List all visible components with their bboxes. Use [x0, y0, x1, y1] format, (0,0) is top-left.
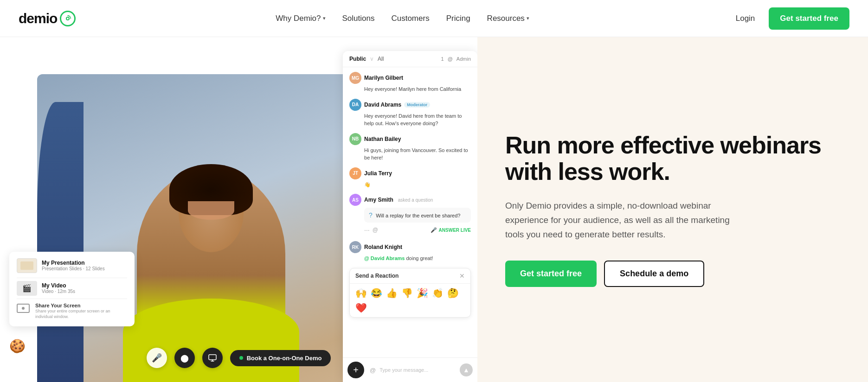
nav-customers[interactable]: Customers — [385, 10, 436, 27]
chat-header: Public ∨ All 1 @ Admin — [343, 51, 477, 67]
chat-messages: MG Marilyn Gilbert Hey everyone! Marilyn… — [343, 67, 477, 357]
reaction-overlay: Send a Reaction ✕ 🙌 😂 👍 👎 🎉 👏 🤔 ❤️ — [349, 268, 471, 318]
msg-header-3: NB Nathan Bailey — [349, 133, 471, 145]
chat-text-2: Hey everyone! David here from the team t… — [349, 112, 471, 127]
get-started-nav-button[interactable]: Get started free — [769, 7, 849, 30]
msg-header-2: DA David Abrams Moderator — [349, 99, 471, 111]
navbar: demio Why Demio? ▾ Solutions Customers P… — [0, 0, 868, 37]
logo-icon — [60, 11, 76, 26]
reaction-emojis: 🙌 😂 👍 👎 🎉 👏 🤔 ❤️ — [350, 284, 470, 317]
share-text: Share Your Screen Share your entire comp… — [35, 303, 127, 320]
nav-pricing[interactable]: Pricing — [440, 10, 477, 27]
chat-header-right: 1 @ Admin — [441, 56, 471, 62]
monitor-icon — [17, 304, 30, 313]
logo-text: demio — [19, 11, 57, 26]
msg-header-6: RK Roland Knight — [349, 241, 471, 253]
nav-resources[interactable]: Resources ▾ — [481, 10, 536, 27]
presentation-title: My Presentation — [42, 260, 127, 266]
emoji-thinking[interactable]: 🤔 — [447, 287, 459, 299]
presentation-panel: My Presentation Presentation Slides · 12… — [9, 252, 135, 326]
emoji-thumbsup[interactable]: 👍 — [386, 287, 398, 299]
video-info: My Video Video · 12m 35s — [42, 282, 127, 294]
avatar-marilyn: MG — [349, 72, 361, 84]
add-button[interactable]: + — [347, 362, 364, 378]
book-demo-label: Book a One-on-One Demo — [247, 355, 322, 362]
emoji-clap[interactable]: 🙌 — [355, 287, 367, 299]
answer-live-button[interactable]: 🎤 ANSWER LIVE — [431, 227, 471, 233]
cookie-icon: 🍪 — [9, 338, 30, 359]
presentation-subtitle: Presentation Slides · 12 Slides — [42, 266, 127, 271]
at-icon-2: @ — [373, 227, 378, 233]
avatar-nathan: NB — [349, 133, 361, 145]
tab-public[interactable]: Public — [349, 56, 366, 62]
reaction-title: Send a Reaction — [355, 273, 399, 279]
hero-body: Only Demio provides a simple, no-downloa… — [505, 198, 746, 242]
moderator-badge: Moderator — [404, 102, 430, 108]
msg-header-5: AS Amy Smith asked a question — [349, 194, 471, 206]
monitor-dot — [22, 307, 25, 310]
tab-all[interactable]: All — [378, 56, 384, 62]
book-demo-button[interactable]: Book a One-on-One Demo — [230, 350, 331, 366]
avatar-julia: JT — [349, 167, 361, 179]
chat-text-1: Hey everyone! Marilyn here from Californ… — [349, 85, 471, 93]
chat-panel: Public ∨ All 1 @ Admin MG Marilyn Gilber… — [343, 51, 477, 382]
question-bubble: ? Will a replay for the event be shared? — [364, 208, 471, 223]
mention-david: @ David Abrams — [364, 255, 405, 261]
login-button[interactable]: Login — [729, 10, 762, 27]
admin-label: Admin — [457, 56, 471, 62]
video-thumbnail: 🎬 — [17, 281, 37, 296]
chat-name-amy: Amy Smith — [364, 197, 393, 203]
thumbnail-inner — [20, 261, 33, 270]
cta-buttons: Get started free Schedule a demo — [505, 261, 831, 287]
status-dot — [239, 356, 243, 360]
chat-name-julia: Julia Terry — [364, 170, 392, 177]
schedule-demo-button[interactable]: Schedule a demo — [604, 261, 704, 287]
nav-why-demio[interactable]: Why Demio? ▾ — [269, 10, 332, 27]
emoji-wave[interactable]: 👏 — [432, 287, 444, 299]
send-button[interactable]: ▲ — [460, 363, 473, 376]
person-main-silhouette — [74, 88, 347, 382]
answer-live-row: ··· @ 🎤 ANSWER LIVE — [349, 224, 471, 236]
chat-input-area: + @ ▲ — [343, 357, 477, 382]
question-icon: ? — [369, 211, 373, 219]
chat-name-roland: Roland Knight — [364, 244, 402, 250]
chevron-down-icon-2: ▾ — [527, 15, 529, 21]
share-screen-item: Share Your Screen Share your entire comp… — [17, 303, 127, 320]
person-shirt — [123, 299, 299, 382]
dots-icon: ··· — [364, 226, 370, 234]
close-icon[interactable]: ✕ — [459, 272, 465, 280]
get-started-hero-button[interactable]: Get started free — [505, 261, 597, 287]
main-content: My Presentation Presentation Slides · 12… — [0, 37, 868, 382]
question-text: Will a replay for the event be shared? — [376, 213, 460, 218]
emoji-thumbsdown[interactable]: 👎 — [401, 287, 413, 299]
chat-tabs: Public ∨ All — [349, 56, 384, 62]
video-item: 🎬 My Video Video · 12m 35s — [17, 281, 127, 296]
msg-header-4: JT Julia Terry — [349, 167, 471, 179]
chat-message-5: AS Amy Smith asked a question ? Will a r… — [349, 194, 471, 236]
mic-button[interactable]: 🎤 — [147, 348, 167, 368]
share-button[interactable] — [202, 348, 223, 368]
emoji-laugh[interactable]: 😂 — [371, 287, 382, 299]
avatar-david: DA — [349, 99, 361, 111]
logo[interactable]: demio — [19, 11, 76, 26]
at-symbol: @ — [448, 56, 453, 62]
emoji-heart[interactable]: ❤️ — [355, 302, 367, 313]
answer-live-label: ANSWER LIVE — [439, 228, 471, 233]
emoji-party[interactable]: 🎉 — [417, 287, 428, 299]
chat-text-4: 👋 — [349, 181, 471, 189]
camera-button[interactable]: ⬤ — [174, 348, 195, 368]
chat-text-6: @ David Abrams doing great! — [349, 255, 471, 262]
participant-count: 1 — [441, 56, 444, 62]
chevron-down-icon: ▾ — [323, 15, 326, 21]
person-smile — [188, 201, 234, 220]
chat-message-6: RK Roland Knight @ David Abrams doing gr… — [349, 241, 471, 262]
chat-name-nathan: Nathan Bailey — [364, 136, 401, 142]
message-input[interactable] — [379, 367, 456, 373]
nav-solutions[interactable]: Solutions — [336, 10, 381, 27]
person-head — [179, 173, 244, 252]
chat-message-4: JT Julia Terry 👋 — [349, 167, 471, 189]
msg-header-1: MG Marilyn Gilbert — [349, 72, 471, 84]
at-symbol-input: @ — [370, 367, 376, 374]
presentation-thumbnail — [17, 258, 37, 273]
avatar-amy: AS — [349, 194, 361, 206]
